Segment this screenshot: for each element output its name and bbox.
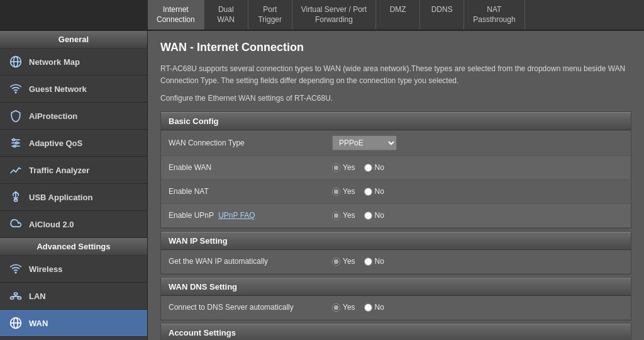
tab-nat-passthrough[interactable]: NATPassthrough: [464, 0, 525, 30]
sidebar-label-guest-network: Guest Network: [29, 84, 87, 94]
upnp-faq-link[interactable]: UPnP FAQ: [218, 211, 255, 220]
row-enable-upnp: Enable UPnP UPnP FAQ Yes No: [161, 204, 631, 228]
value-enable-nat: Yes No: [332, 187, 384, 196]
value-enable-upnp: Yes No: [332, 211, 384, 220]
row-get-wan-ip: Get the WAN IP automatically Yes No: [161, 250, 631, 274]
tab-port-trigger[interactable]: PortTrigger: [248, 0, 292, 30]
section-header-basic-config: Basic Config: [161, 112, 631, 130]
row-wan-connection-type: WAN Connection Type Automatic IP PPPoE P…: [161, 130, 631, 156]
sidebar: General Network Map: [0, 31, 148, 340]
wifi2-icon: [9, 262, 23, 276]
sliders-icon: [9, 136, 23, 150]
radio-input-connect-dns-yes[interactable]: [332, 303, 340, 312]
radio-input-enable-nat-yes[interactable]: [332, 188, 340, 196]
value-get-wan-ip: Yes No: [332, 257, 384, 266]
label-enable-nat: Enable NAT: [169, 187, 332, 196]
usb-icon: [9, 190, 23, 204]
radio-enable-nat-no[interactable]: No: [364, 187, 384, 196]
label-enable-upnp: Enable UPnP UPnP FAQ: [169, 211, 332, 220]
sidebar-label-traffic-analyzer: Traffic Analyzer: [29, 166, 89, 175]
sidebar-item-wan[interactable]: WAN: [0, 310, 147, 337]
label-get-wan-ip: Get the WAN IP automatically: [169, 257, 332, 266]
sidebar-item-network-map[interactable]: Network Map: [0, 48, 147, 76]
top-tab-bar: InternetConnection DualWAN PortTrigger V…: [0, 0, 644, 31]
sidebar-label-wan: WAN: [29, 319, 48, 328]
sidebar-label-network-map: Network Map: [29, 57, 80, 67]
svg-rect-16: [18, 297, 21, 299]
cloud-icon: [9, 217, 23, 231]
radio-group-enable-upnp: Yes No: [332, 211, 384, 220]
row-enable-wan: Enable WAN Yes No: [161, 156, 631, 180]
sidebar-item-wireless[interactable]: Wireless: [0, 256, 147, 283]
svg-point-3: [15, 92, 16, 93]
sidebar-label-wireless: Wireless: [29, 264, 62, 274]
tab-virtual-server[interactable]: Virtual Server / PortForwarding: [292, 0, 376, 30]
chart-icon: [9, 163, 23, 177]
wan-connection-type-select[interactable]: Automatic IP PPPoE PPTP L2TP Static IP: [332, 135, 397, 150]
radio-get-wan-ip-no[interactable]: No: [364, 257, 384, 266]
row-enable-nat: Enable NAT Yes No: [161, 180, 631, 204]
radio-enable-wan-yes[interactable]: Yes: [332, 163, 355, 172]
sidebar-item-lan[interactable]: LAN: [0, 283, 147, 310]
radio-input-enable-nat-no[interactable]: [364, 188, 372, 196]
globe2-icon: [9, 316, 23, 330]
content-area: WAN - Internet Connection RT-AC68U suppo…: [148, 31, 644, 340]
radio-enable-upnp-yes[interactable]: Yes: [332, 211, 355, 220]
radio-connect-dns-yes[interactable]: Yes: [332, 303, 355, 312]
radio-group-get-wan-ip: Yes No: [332, 257, 384, 266]
radio-input-connect-dns-no[interactable]: [364, 303, 372, 312]
value-wan-connection-type: Automatic IP PPPoE PPTP L2TP Static IP: [332, 135, 397, 150]
sidebar-item-adaptive-qos[interactable]: Adaptive QoS: [0, 130, 147, 157]
section-header-wan-dns: WAN DNS Setting: [161, 278, 631, 296]
svg-rect-14: [11, 297, 14, 299]
config-label: Configure the Ethernet WAN settings of R…: [160, 94, 631, 103]
description: RT-AC68U supports several connection typ…: [160, 63, 631, 87]
sidebar-label-usb-application: USB Application: [29, 193, 92, 202]
lan-icon: [9, 289, 23, 303]
shield-icon: [9, 109, 23, 123]
sidebar-label-aiprotection: AiProtection: [29, 111, 77, 121]
svg-point-13: [15, 272, 16, 273]
sidebar-item-guest-network[interactable]: Guest Network: [0, 76, 147, 103]
radio-enable-wan-no[interactable]: No: [364, 163, 384, 172]
radio-input-enable-upnp-yes[interactable]: [332, 212, 340, 220]
svg-point-7: [13, 139, 14, 141]
radio-get-wan-ip-yes[interactable]: Yes: [332, 257, 355, 266]
page-title: WAN - Internet Connection: [160, 41, 631, 54]
sidebar-item-traffic-analyzer[interactable]: Traffic Analyzer: [0, 157, 147, 184]
section-basic-config: Basic Config WAN Connection Type Automat…: [160, 111, 631, 229]
radio-input-enable-upnp-no[interactable]: [364, 212, 372, 220]
globe-icon: [9, 55, 23, 69]
tab-dmz[interactable]: DMZ: [376, 0, 420, 30]
section-header-wan-ip: WAN IP Setting: [161, 232, 631, 250]
radio-input-enable-wan-no[interactable]: [364, 164, 372, 172]
value-connect-dns: Yes No: [332, 303, 384, 312]
radio-group-connect-dns: Yes No: [332, 303, 384, 312]
row-connect-dns: Connect to DNS Server automatically Yes …: [161, 296, 631, 320]
sidebar-label-aicloud: AiCloud 2.0: [29, 220, 74, 229]
tab-internet-connection[interactable]: InternetConnection: [148, 0, 204, 30]
advanced-section-title: Advanced Settings: [0, 238, 147, 256]
sidebar-item-usb-application[interactable]: USB Application: [0, 184, 147, 211]
section-header-account-settings: Account Settings: [161, 324, 631, 340]
radio-input-get-wan-ip-no[interactable]: [364, 258, 372, 266]
radio-input-enable-wan-yes[interactable]: [332, 164, 340, 172]
radio-connect-dns-no[interactable]: No: [364, 303, 384, 312]
wifi-icon: [9, 82, 23, 96]
radio-input-get-wan-ip-yes[interactable]: [332, 258, 340, 266]
label-enable-wan: Enable WAN: [169, 163, 332, 172]
radio-enable-upnp-no[interactable]: No: [364, 211, 384, 220]
sidebar-label-lan: LAN: [29, 292, 46, 301]
radio-enable-nat-yes[interactable]: Yes: [332, 187, 355, 196]
section-wan-dns-setting: WAN DNS Setting Connect to DNS Server au…: [160, 277, 631, 320]
tab-ddns[interactable]: DDNS: [420, 0, 464, 30]
tab-spacer: [0, 0, 148, 30]
sidebar-item-aicloud[interactable]: AiCloud 2.0: [0, 211, 147, 238]
label-upnp-text: Enable UPnP: [169, 211, 214, 220]
general-section-title: General: [0, 31, 147, 48]
svg-rect-10: [14, 200, 18, 201]
tab-dual-wan[interactable]: DualWAN: [204, 0, 248, 30]
sidebar-item-aiprotection[interactable]: AiProtection: [0, 103, 147, 130]
svg-rect-15: [14, 293, 18, 295]
main-layout: General Network Map: [0, 31, 644, 340]
